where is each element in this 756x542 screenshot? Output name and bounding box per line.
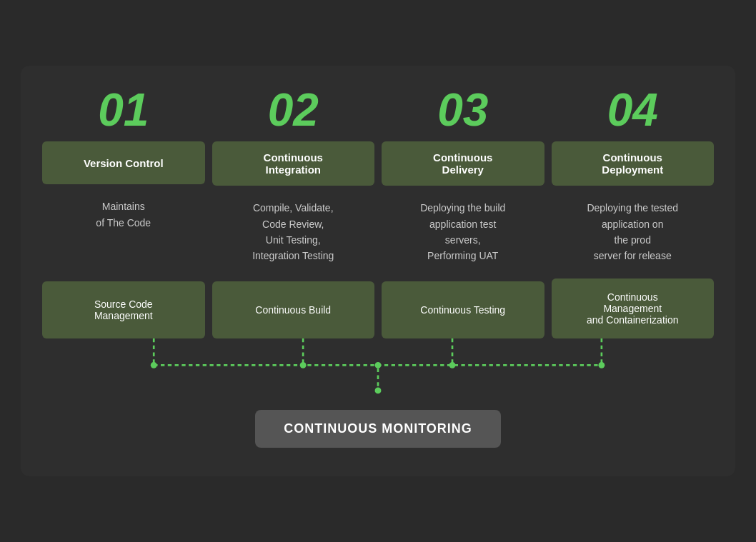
column-2: 02 ContinuousIntegration Compile, Valida…	[212, 87, 375, 338]
step-description-1: Maintainsof The Code	[90, 184, 156, 281]
step-bottom-3: Continuous Testing	[382, 281, 544, 338]
step-title-3: ContinuousDelivery	[382, 141, 544, 186]
step-number-2: 02	[268, 87, 319, 133]
column-1: 01 Version Control Maintainsof The Code …	[42, 87, 205, 338]
step-bottom-2: Continuous Build	[212, 281, 375, 338]
step-bottom-1: Source CodeManagement	[42, 281, 205, 338]
connector-svg	[42, 338, 714, 396]
column-4: 04 ContinuousDeployment Deploying the te…	[552, 87, 715, 338]
svg-point-11	[375, 387, 382, 393]
step-number-4: 04	[607, 87, 658, 133]
column-3: 03 ContinuousDelivery Deploying the buil…	[382, 87, 544, 338]
main-container: 01 Version Control Maintainsof The Code …	[21, 66, 735, 476]
step-title-4: ContinuousDeployment	[552, 141, 715, 186]
step-title-1: Version Control	[42, 141, 205, 184]
connector-area	[42, 338, 714, 403]
bottom-section: CONTINUOUS MONITORING	[42, 338, 714, 448]
monitoring-box: CONTINUOUS MONITORING	[255, 410, 501, 448]
columns-row: 01 Version Control Maintainsof The Code …	[42, 87, 714, 338]
step-title-2: ContinuousIntegration	[212, 141, 375, 186]
step-number-3: 03	[437, 87, 488, 133]
step-description-2: Compile, Validate,Code Review,Unit Testi…	[247, 186, 339, 281]
step-description-4: Deploying the testedapplication onthe pr…	[581, 186, 684, 278]
step-bottom-4: ContinuousManagementand Containerization	[552, 278, 715, 338]
svg-point-9	[375, 362, 382, 368]
svg-point-7	[598, 362, 605, 368]
step-number-1: 01	[98, 87, 149, 133]
step-description-3: Deploying the buildapplication testserve…	[414, 186, 511, 281]
